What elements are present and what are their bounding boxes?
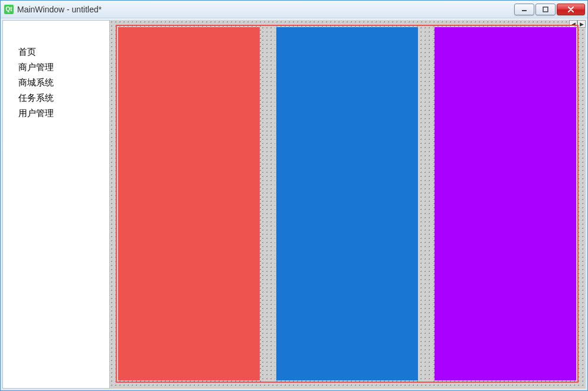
content-area: ◀ ▶	[110, 20, 586, 389]
red-panel	[118, 27, 260, 380]
minimize-icon	[521, 6, 527, 12]
client-area: 首页 商户管理 商城系统 任务系统 用户管理 ◀ ▶	[2, 20, 586, 389]
minimize-button[interactable]	[514, 4, 534, 15]
chevron-right-icon: ▶	[580, 21, 584, 27]
blue-panel	[276, 27, 418, 380]
svg-rect-1	[543, 7, 548, 12]
tab-scroll-right-button[interactable]: ▶	[577, 20, 586, 28]
window-controls	[514, 4, 585, 15]
close-button[interactable]	[557, 4, 585, 15]
app-icon: Qt	[4, 5, 14, 14]
sidebar-item-mall[interactable]: 商城系统	[18, 75, 109, 90]
maximize-button[interactable]	[535, 4, 556, 15]
sidebar-item-merchant[interactable]: 商户管理	[18, 60, 109, 75]
sidebar-item-tasks[interactable]: 任务系统	[18, 90, 109, 106]
panel-column-2[interactable]	[275, 26, 419, 382]
sidebar: 首页 商户管理 商城系统 任务系统 用户管理	[2, 20, 110, 389]
close-icon	[567, 6, 574, 12]
maximize-icon	[543, 6, 548, 12]
panel-separator[interactable]	[419, 26, 433, 382]
panel-column-3[interactable]	[433, 26, 577, 382]
titlebar[interactable]: Qt MainWindow - untitled*	[1, 1, 587, 18]
sidebar-item-users[interactable]: 用户管理	[18, 106, 109, 121]
sidebar-item-home[interactable]: 首页	[18, 44, 109, 60]
panel-separator[interactable]	[261, 26, 275, 382]
svg-rect-0	[522, 10, 527, 11]
main-window: Qt MainWindow - untitled* 首页	[0, 0, 588, 391]
purple-panel	[435, 27, 576, 380]
window-title: MainWindow - untitled*	[17, 5, 514, 14]
layout-panels	[117, 26, 577, 382]
panel-column-1[interactable]	[117, 26, 261, 382]
qt-logo-icon: Qt	[4, 5, 14, 14]
